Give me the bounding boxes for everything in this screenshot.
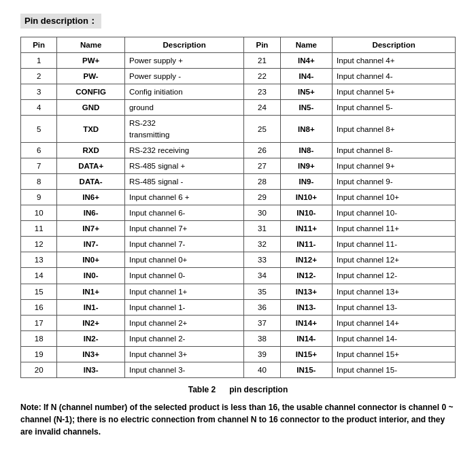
table-row: 18IN2-Input channel 2-38IN14-Input chann… [21,330,456,346]
cell-desc-left: Input channel 1- [124,299,243,315]
cell-pin-left: 17 [21,315,57,330]
cell-desc-right: Input channel 10+ [333,189,456,205]
cell-pin-right: 28 [244,173,280,189]
cell-pin-right: 30 [244,205,280,221]
cell-name-right: IN4- [280,69,333,84]
cell-desc-left: Input channel 3+ [124,346,243,362]
cell-pin-right: 22 [244,69,280,84]
cell-desc-right: Input channel 4- [333,69,456,84]
cell-name-right: IN14- [280,330,333,346]
table-row: 19IN3+Input channel 3+39IN15+Input chann… [21,346,456,362]
table-row: 11IN7+Input channel 7+31IN11+Input chann… [21,221,456,237]
note-text: Note: If N (channel number) of the selec… [20,401,456,438]
cell-desc-left: Input channel 6 + [124,189,243,205]
table-row: 1PW+Power supply +21IN4+Input channel 4+ [21,53,456,69]
col-desc-right: Description [333,37,456,53]
cell-pin-left: 5 [21,116,57,142]
cell-pin-left: 6 [21,142,57,158]
table-row: 9IN6+Input channel 6 +29IN10+Input chann… [21,189,456,205]
cell-name-right: IN15+ [280,346,333,362]
cell-pin-left: 12 [21,237,57,252]
cell-desc-right: Input channel 11+ [333,221,456,237]
cell-desc-right: Input channel 14- [333,330,456,346]
table-row: 12IN7-Input channel 7-32IN11-Input chann… [21,237,456,252]
cell-pin-left: 7 [21,158,57,173]
cell-desc-right: Input channel 9+ [333,158,456,173]
cell-pin-right: 35 [244,284,280,299]
cell-pin-left: 11 [21,221,57,237]
table-row: 10IN6-Input channel 6-30IN10-Input chann… [21,205,456,221]
cell-name-left: IN0- [57,268,125,284]
table-row: 6RXDRS-232 receiving26IN8-Input channel … [21,142,456,158]
cell-desc-right: Input channel 10- [333,205,456,221]
cell-name-right: IN15- [280,362,333,377]
cell-desc-right: Input channel 8- [333,142,456,158]
cell-pin-right: 37 [244,315,280,330]
cell-pin-right: 27 [244,158,280,173]
cell-desc-left: Power supply - [124,69,243,84]
cell-name-left: IN3+ [57,346,125,362]
col-name-right: Name [280,37,333,53]
cell-pin-left: 2 [21,69,57,84]
cell-name-left: GND [57,100,125,116]
cell-name-left: IN1- [57,299,125,315]
cell-name-right: IN9- [280,173,333,189]
cell-desc-right: Input channel 12- [333,268,456,284]
cell-pin-right: 21 [244,53,280,69]
cell-desc-right: Input channel 9- [333,173,456,189]
cell-desc-left: RS-232 transmitting [124,116,243,142]
cell-pin-left: 15 [21,284,57,299]
table-row: 20IN3-Input channel 3-40IN15-Input chann… [21,362,456,377]
cell-desc-right: Input channel 12+ [333,252,456,268]
cell-pin-right: 36 [244,299,280,315]
table-row: 17IN2+Input channel 2+37IN14+Input chann… [21,315,456,330]
cell-desc-left: Input channel 6- [124,205,243,221]
cell-name-left: IN6- [57,205,125,221]
cell-pin-right: 40 [244,362,280,377]
table-row: 4GNDground24IN5-Input channel 5- [21,100,456,116]
cell-name-right: IN9+ [280,158,333,173]
cell-desc-left: Input channel 0+ [124,252,243,268]
cell-pin-left: 20 [21,362,57,377]
cell-name-left: IN6+ [57,189,125,205]
cell-desc-right: Input channel 5- [333,100,456,116]
cell-pin-left: 13 [21,252,57,268]
cell-name-left: IN2+ [57,315,125,330]
cell-name-right: IN13- [280,299,333,315]
cell-desc-left: Input channel 3- [124,362,243,377]
col-pin-right: Pin [244,37,280,53]
pin-description-table: Pin Name Description Pin Name Descriptio… [20,37,456,378]
table-row: 16IN1-Input channel 1-36IN13-Input chann… [21,299,456,315]
cell-name-right: IN10- [280,205,333,221]
cell-name-right: IN11+ [280,221,333,237]
cell-desc-left: RS-485 signal + [124,158,243,173]
cell-pin-right: 24 [244,100,280,116]
cell-name-right: IN4+ [280,53,333,69]
table-row: 7DATA+RS-485 signal +27IN9+Input channel… [21,158,456,173]
table-row: 13IN0+Input channel 0+33IN12+Input chann… [21,252,456,268]
cell-name-right: IN12+ [280,252,333,268]
cell-pin-right: 31 [244,221,280,237]
cell-desc-left: Input channel 2+ [124,315,243,330]
cell-name-left: IN0+ [57,252,125,268]
cell-pin-left: 3 [21,84,57,100]
cell-name-right: IN8+ [280,116,333,142]
cell-desc-right: Input channel 15+ [333,346,456,362]
cell-desc-right: Input channel 8+ [333,116,456,142]
cell-name-left: PW+ [57,53,125,69]
cell-pin-left: 8 [21,173,57,189]
cell-name-right: IN10+ [280,189,333,205]
cell-desc-right: Input channel 15- [333,362,456,377]
cell-pin-right: 23 [244,84,280,100]
cell-name-left: CONFIG [57,84,125,100]
cell-pin-right: 26 [244,142,280,158]
cell-pin-right: 29 [244,189,280,205]
cell-desc-left: ground [124,100,243,116]
cell-desc-right: Input channel 13- [333,299,456,315]
table-row: 5TXDRS-232 transmitting25IN8+Input chann… [21,116,456,142]
cell-desc-left: RS-232 receiving [124,142,243,158]
cell-name-right: IN12- [280,268,333,284]
cell-desc-left: Power supply + [124,53,243,69]
cell-desc-left: Input channel 1+ [124,284,243,299]
cell-desc-right: Input channel 13+ [333,284,456,299]
